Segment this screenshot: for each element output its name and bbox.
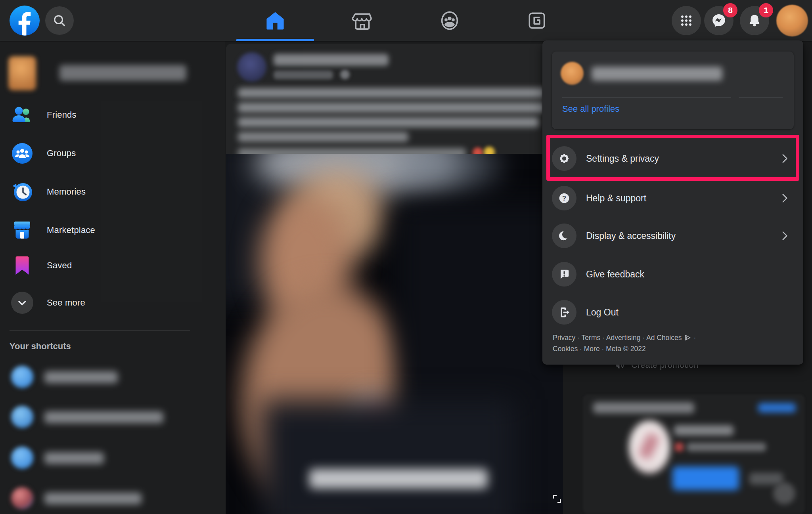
card-divider [739,97,783,98]
sidebar-profile-item[interactable] [0,54,225,94]
sidebar-item-marketplace[interactable]: Marketplace [0,211,225,249]
shortcut-name-redacted [44,493,142,504]
post-author-name-redacted[interactable] [274,54,389,66]
sidebar-item-memories[interactable]: Memories [0,173,225,211]
suggestion-name-redacted [674,425,733,436]
footer-line-1[interactable]: Privacy · Terms · Advertising · Ad Choic… [553,332,791,343]
messenger-button[interactable]: 8 [704,6,733,35]
post-author-avatar[interactable] [237,52,266,82]
footer-separator: · [693,332,696,343]
footer-line-2[interactable]: Cookies · More · Meta © 2022 [553,343,791,354]
menu-item-help-support[interactable]: ? Help & support [546,180,800,216]
right-column-card [583,394,805,514]
messenger-badge: 8 [723,3,737,17]
shortcut-item[interactable] [0,404,225,442]
sidebar-item-label: Friends [47,110,77,120]
shortcut-name-redacted [44,371,118,383]
sidebar-item-label: Memories [47,187,86,197]
post-text-line-redacted [238,132,408,142]
sidebar-item-label: Saved [47,260,72,271]
sidebar-item-label: See more [47,298,85,308]
chevron-right-icon [778,229,791,243]
suggestion-avatar-redacted[interactable] [629,420,670,474]
apps-menu-button[interactable] [672,6,701,35]
tab-groups[interactable] [406,0,493,41]
sidebar-item-see-more[interactable]: See more [0,284,225,322]
svg-text:?: ? [562,195,566,202]
gear-icon [552,146,576,171]
post-video-redacted[interactable] [226,154,563,514]
apps-grid-icon [678,13,694,29]
chevron-right-icon [778,152,791,165]
groups-icon [439,10,460,31]
home-icon [264,10,286,31]
chevron-down-icon [11,292,33,314]
shortcut-icon [11,406,33,428]
see-all-profiles-link[interactable]: See all profiles [562,104,619,114]
tab-gaming[interactable] [493,0,580,41]
footer-links-text: Privacy · Terms · Advertising · Ad Choic… [553,332,682,343]
fullscreen-icon[interactable] [552,494,562,504]
menu-footer-links: Privacy · Terms · Advertising · Ad Choic… [553,332,791,355]
main-tabs [232,0,580,41]
active-tab-underline [236,39,314,41]
groups-circle-icon [11,142,33,164]
menu-item-label: Display & accessibility [586,231,676,241]
memories-clock-icon [11,181,33,203]
account-menu-dropdown: See all profiles Settings & privacy ? [542,40,803,365]
chat-bubble-button-redacted[interactable] [773,482,795,504]
sidebar-item-saved[interactable]: Saved [0,246,225,285]
post-timestamp-redacted [274,71,333,79]
privacy-globe-icon [340,70,350,79]
shortcut-item[interactable] [0,485,225,514]
shortcut-name-redacted [44,411,163,423]
secondary-text-redacted [749,473,783,485]
menu-item-log-out[interactable]: Log Out [546,294,800,330]
gaming-icon [526,10,548,31]
search-icon [52,13,67,28]
sidebar-item-label: Groups [47,148,76,159]
post-text-line-redacted [238,88,551,98]
logout-door-icon [552,300,576,325]
shortcut-item[interactable] [0,364,225,402]
card-link-redacted[interactable] [758,403,796,413]
facebook-logo[interactable] [10,6,40,36]
moon-icon [552,224,576,248]
menu-item-label: Log Out [586,307,619,318]
card-heading-redacted [593,402,694,413]
marketplace-store-icon [11,219,33,241]
saved-bookmark-icon [11,254,33,277]
post-text-line-redacted [238,103,551,113]
sidebar-item-groups[interactable]: Groups [0,134,225,172]
menu-item-give-feedback[interactable]: Give feedback [546,256,800,292]
menu-item-label: Settings & privacy [586,153,659,164]
menu-profile-name-redacted [592,67,722,81]
suggestion-flag-redacted [675,443,684,451]
notifications-button[interactable]: 1 [740,6,769,35]
menu-item-display-accessibility[interactable]: Display & accessibility [546,218,800,254]
menu-item-label: Help & support [586,193,646,204]
menu-item-settings-privacy[interactable]: Settings & privacy [546,141,800,176]
sidebar-item-friends[interactable]: Friends [0,96,225,134]
suggestion-subtext-redacted [687,443,766,451]
shortcut-name-redacted [44,452,104,464]
menu-profile-card[interactable]: See all profiles [552,52,794,129]
feedback-bubble-icon [552,262,576,287]
profile-name-redacted [59,65,186,81]
tab-home[interactable] [232,0,319,41]
sidebar-item-label: Marketplace [47,225,95,235]
shortcuts-heading: Your shortcuts [10,341,71,352]
notifications-badge: 1 [759,3,773,17]
adchoices-triangle-icon [684,334,691,341]
shortcut-item[interactable] [0,445,225,483]
top-navigation-bar: 8 1 [0,0,812,41]
left-sidebar: Friends Groups Memori [0,41,225,514]
tab-marketplace[interactable] [319,0,406,41]
shortcut-icon [11,447,33,469]
shortcut-icon [11,487,33,509]
account-avatar-button[interactable] [776,5,808,36]
help-question-icon: ? [552,186,576,210]
video-caption-text-redacted [309,469,488,489]
action-button-redacted[interactable] [672,466,739,490]
search-button[interactable] [45,6,74,35]
